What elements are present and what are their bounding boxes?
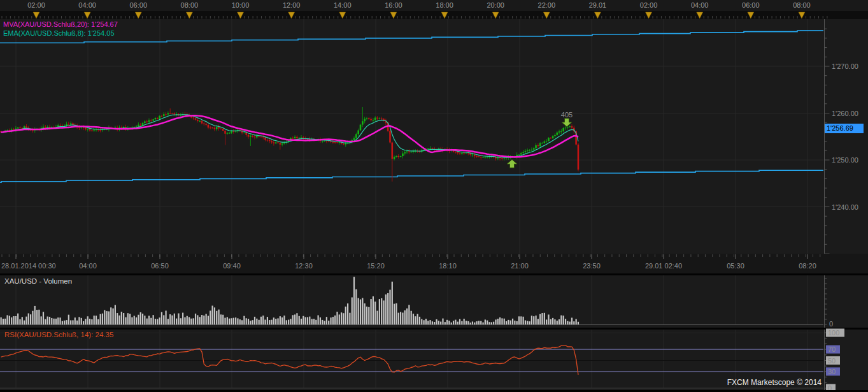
- volume-bar: [358, 298, 359, 324]
- volume-bar: [474, 323, 475, 324]
- volume-bar: [57, 317, 59, 324]
- volume-bar: [330, 317, 331, 324]
- volume-bar: [1, 317, 2, 324]
- buy-arrow-icon[interactable]: [507, 159, 517, 168]
- volume-bar: [352, 297, 353, 324]
- volume-pane[interactable]: 0: [0, 275, 868, 330]
- volume-bar: [311, 319, 313, 324]
- price-chart-pane[interactable]: 4051'270.001'260.001'250.001'240.00: [0, 19, 868, 254]
- candle-body: [250, 136, 252, 137]
- price-axis[interactable]: 1'270.001'260.001'250.001'240.00: [825, 19, 858, 254]
- price-tick-label: 1'270.00: [832, 62, 858, 70]
- volume-bar: [578, 322, 579, 324]
- volume-bar: [4, 319, 6, 324]
- time-scale-label: 02:00: [640, 1, 658, 9]
- volume-bar: [364, 303, 366, 324]
- volume-bar: [476, 321, 478, 324]
- candle-body: [89, 129, 91, 131]
- volume-bar: [49, 317, 50, 324]
- candle-body: [529, 150, 530, 151]
- candle-body: [292, 138, 294, 139]
- volume-bar: [383, 300, 384, 324]
- candle-body: [301, 138, 302, 138]
- volume-bar: [218, 310, 219, 324]
- volume-bar: [6, 315, 8, 324]
- volume-bar: [302, 316, 304, 324]
- volume-bar: [432, 321, 433, 324]
- candle-body: [531, 150, 533, 150]
- volume-bar: [117, 313, 118, 324]
- volume-bar: [544, 313, 545, 324]
- candle-body: [518, 155, 520, 156]
- candle-body: [281, 143, 283, 145]
- candle-body: [197, 120, 199, 121]
- time-scale-label: 16:00: [385, 1, 402, 9]
- volume-bar: [567, 321, 568, 324]
- candle-body: [169, 113, 171, 113]
- candle-body: [554, 135, 556, 136]
- candle-body: [427, 149, 429, 149]
- volume-bar: [296, 313, 297, 324]
- candle-body: [15, 129, 17, 130]
- date-axis-label: 28.01.2014 00:30: [1, 262, 56, 270]
- volume-bar: [499, 317, 501, 324]
- volume-bar: [17, 314, 18, 324]
- volume-bar: [148, 316, 150, 324]
- time-marker-icon: [594, 12, 601, 18]
- candlestick-series[interactable]: [0, 107, 579, 182]
- candle-body: [339, 142, 341, 143]
- volume-bar: [277, 318, 278, 324]
- volume-bar: [387, 293, 388, 324]
- candle-body: [262, 136, 264, 137]
- volume-bar: [3, 319, 4, 324]
- volume-bar: [102, 314, 103, 324]
- volume-bar: [36, 310, 38, 324]
- time-scale-ruler[interactable]: [0, 11, 868, 20]
- candle-body: [565, 127, 567, 128]
- volume-bar: [539, 314, 541, 324]
- candle-body: [455, 152, 457, 152]
- volume-bar: [421, 319, 422, 324]
- volume-bar: [324, 321, 325, 324]
- candle-body: [294, 137, 296, 138]
- volume-bar: [466, 321, 467, 324]
- candle-body: [229, 133, 231, 134]
- volume-bar: [212, 306, 213, 324]
- time-scale-labels[interactable]: 02:0004:0006:0008:0010:0012:0014:0016:00…: [0, 0, 868, 11]
- time-scale-label: 08:00: [793, 1, 811, 9]
- candle-body: [395, 156, 397, 157]
- volume-bar: [78, 317, 80, 324]
- volume-bar: [233, 318, 234, 324]
- volume-bar: [243, 316, 245, 324]
- volume-bar: [256, 319, 257, 324]
- volume-bar: [315, 320, 317, 324]
- volume-bar: [467, 321, 469, 324]
- volume-bar: [292, 315, 294, 324]
- candle-body: [571, 126, 573, 127]
- volume-bar: [267, 317, 268, 324]
- candle-body: [503, 158, 505, 159]
- volume-bar: [294, 314, 295, 324]
- volume-bar: [72, 320, 73, 324]
- time-marker-icon: [697, 12, 703, 18]
- volume-bar: [573, 321, 574, 324]
- candle-body: [203, 124, 205, 124]
- candle-body: [379, 118, 381, 119]
- volume-bar: [332, 317, 334, 324]
- candle-body: [368, 118, 370, 119]
- candle-body: [80, 127, 82, 128]
- time-scale-label: 08:00: [181, 1, 199, 9]
- volume-bar: [68, 315, 69, 324]
- volume-bar: [206, 314, 207, 324]
- candle-body: [562, 128, 564, 131]
- candle-body: [501, 158, 503, 159]
- time-marker-icon: [646, 12, 652, 18]
- sell-arrow-icon[interactable]: [562, 119, 572, 127]
- volume-bar: [112, 309, 113, 324]
- date-axis[interactable]: 28.01.2014 00:3004:0006:5009:4012:3015:2…: [0, 254, 868, 275]
- volume-bar: [413, 314, 414, 324]
- date-axis-label: 29.01 02:40: [645, 262, 682, 270]
- volume-bar: [497, 319, 499, 324]
- volume-bar: [482, 323, 483, 324]
- volume-bar: [559, 319, 560, 324]
